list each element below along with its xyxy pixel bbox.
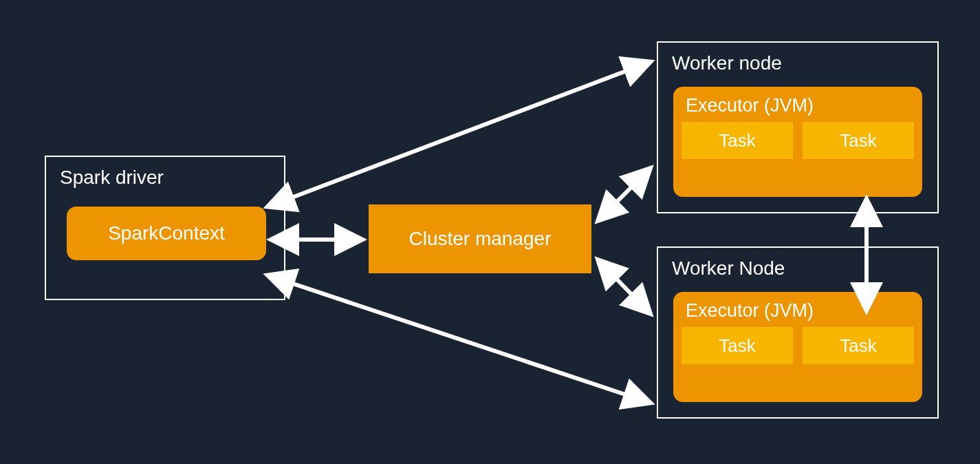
- executor-2-task-row: Task Task: [682, 327, 914, 364]
- task-box: Task: [803, 122, 914, 159]
- cluster-manager-label: Cluster manager: [409, 228, 552, 250]
- spark-context-label: SparkContext: [108, 222, 225, 244]
- executor-2-label: Executor (JVM): [686, 300, 914, 321]
- executor-1-box: Executor (JVM) Task Task: [673, 87, 922, 197]
- worker-node-2-title: Worker Node: [672, 257, 785, 280]
- spark-driver-title: Spark driver: [60, 167, 164, 189]
- svg-line-1: [268, 62, 650, 207]
- svg-line-3: [598, 169, 650, 220]
- svg-line-2: [268, 275, 650, 403]
- task-box: Task: [803, 327, 914, 364]
- svg-line-4: [598, 260, 650, 313]
- spark-driver-panel: Spark driver SparkContext: [45, 156, 285, 300]
- task-label: Task: [719, 130, 755, 151]
- worker-node-2-panel: Worker Node Executor (JVM) Task Task: [657, 246, 939, 419]
- task-label: Task: [840, 130, 876, 151]
- executor-1-label: Executor (JVM): [686, 95, 914, 116]
- task-box: Task: [682, 122, 793, 159]
- task-box: Task: [682, 327, 793, 364]
- executor-1-task-row: Task Task: [682, 122, 914, 159]
- worker-node-1-panel: Worker node Executor (JVM) Task Task: [657, 41, 939, 213]
- executor-2-box: Executor (JVM) Task Task: [673, 292, 922, 402]
- task-label: Task: [719, 335, 755, 357]
- task-label: Task: [840, 335, 876, 357]
- spark-context-box: SparkContext: [67, 207, 266, 260]
- cluster-manager-box: Cluster manager: [369, 204, 591, 273]
- worker-node-1-title: Worker node: [672, 52, 782, 74]
